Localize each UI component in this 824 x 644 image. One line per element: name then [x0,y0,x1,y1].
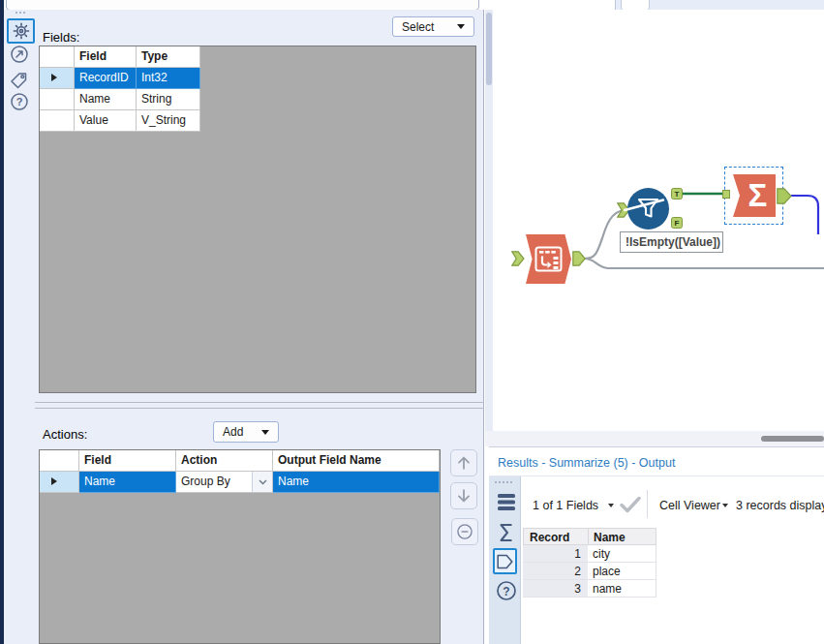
fields-grid-cell[interactable]: RecordID [75,68,137,89]
add-dropdown-button[interactable]: Add [213,421,279,443]
filter-false-anchor[interactable]: F [671,217,683,229]
output-anchor-icon [496,553,514,570]
results-header-record[interactable]: Record [523,528,588,545]
actions-grid-header-output[interactable]: Output Field Name [273,450,440,472]
move-up-button[interactable] [450,449,477,476]
gear-icon [13,22,30,40]
help-tab-button[interactable]: ? [8,91,30,111]
filter-annotation-box[interactable]: !IsEmpty([Value]) [620,231,723,253]
canvas-vscrollbar[interactable] [485,10,493,431]
row-marker[interactable] [40,89,75,110]
toolbar-separator [647,490,648,518]
fields-grid-cell[interactable]: V_String [137,110,200,132]
fields-grid-cell[interactable]: Int32 [137,68,200,89]
arrow-up-icon [454,453,473,473]
chevron-down-icon [457,24,465,29]
remove-action-button[interactable] [451,518,478,545]
actions-grid[interactable]: Field Action Output Field Name Name Grou… [39,449,441,644]
fields-grid-cell[interactable]: String [137,89,200,110]
row-marker-arrow-icon [51,74,57,81]
action-combobox-value: Group By [181,472,230,492]
panel-grip-dots[interactable] [15,12,25,14]
results-cell-record[interactable]: 2 [523,563,588,580]
annotation-tab-button[interactable] [8,70,30,90]
fields-grid-header-type[interactable]: Type [137,46,200,68]
fields-grid-cell[interactable]: Name [75,89,137,110]
records-count-label: 3 records display [736,496,824,515]
panel-splitter[interactable] [35,402,484,409]
fields-selector-dropdown[interactable]: 1 of 1 Fields [533,496,598,515]
fields-label: Fields: [43,30,79,45]
wire-transpose-bottom [585,259,824,268]
results-cell-name[interactable]: name [588,580,656,598]
cell-viewer-dropdown[interactable]: Cell Viewer [659,496,720,515]
actions-grid-corner [40,450,79,472]
results-profile-button[interactable] [496,490,517,513]
actions-grid-header-action[interactable]: Action [176,450,273,472]
minus-circle-icon [455,522,474,541]
fields-grid-header-field[interactable]: Field [75,46,137,68]
results-help-button[interactable]: ? [495,578,518,603]
fields-grid[interactable]: Field Type RecordID Int32 Name String Va… [39,46,476,393]
add-dropdown-label: Add [223,425,243,439]
actions-grid-cell[interactable]: Name [79,472,176,493]
canvas-vscrollbar-thumb[interactable] [486,13,492,85]
results-cell-record[interactable]: 3 [523,580,588,598]
fields-grid-corner [40,46,75,68]
chevron-down-icon[interactable] [608,504,614,507]
select-dropdown-button[interactable]: Select [392,16,474,37]
filter-tool[interactable] [627,188,669,230]
summarize-output-anchor[interactable] [777,188,792,204]
navigation-tab-button[interactable] [8,44,30,64]
results-connection-strip: ? [489,476,521,644]
row-marker-arrow-icon [51,477,57,485]
results-cell-name[interactable]: place [588,563,656,580]
svg-text:?: ? [503,585,509,598]
results-header[interactable]: Results - Summarize (5) - Output [489,447,824,476]
chevron-down-icon [259,479,267,485]
results-title: Results - Summarize (5) - Output [498,456,675,470]
cell-viewer-label: Cell Viewer [659,499,720,512]
transpose-input-anchor[interactable] [511,251,525,266]
row-marker[interactable] [40,68,75,89]
arrow-down-icon [454,486,473,506]
fields-selector-label: 1 of 1 Fields [533,499,598,512]
results-grip-dots[interactable] [495,481,512,483]
results-table[interactable]: Record Name 1 city 2 place 3 name [523,528,656,598]
results-output-button[interactable] [493,548,517,574]
compass-arrow-icon [10,45,29,64]
summarize-input-anchor[interactable] [722,190,730,199]
move-down-button[interactable] [450,482,477,509]
combobox-dropdown-zone[interactable] [252,472,272,492]
actions-grid-header-field[interactable]: Field [79,450,176,472]
row-marker[interactable] [40,110,75,132]
question-mark-icon: ? [496,580,517,601]
canvas-hscrollbar-thumb[interactable] [761,436,824,442]
results-cell-record[interactable]: 1 [523,545,588,563]
sigma-icon [498,523,515,542]
apply-check-icon[interactable] [620,496,641,513]
filter-funnel-icon [627,188,669,230]
configuration-tab-button[interactable] [7,18,35,44]
canvas-hscrollbar[interactable] [485,431,824,446]
svg-text:?: ? [15,96,22,107]
stacked-rows-icon [498,494,515,510]
chevron-down-icon [261,430,269,435]
row-marker[interactable] [40,472,79,493]
question-mark-icon: ? [10,92,29,111]
transpose-tool[interactable] [526,234,571,284]
results-tool-input-button[interactable] [496,521,517,544]
sigma-glyph: Σ [742,174,768,217]
actions-label: Actions: [43,427,87,442]
results-cell-name[interactable]: city [588,545,656,563]
transpose-output-anchor[interactable] [572,251,586,266]
action-combobox[interactable]: Group By [176,472,273,493]
alteryx-designer-window: ? Fields: Select Field Type RecordID Int… [0,0,824,644]
chevron-down-icon[interactable] [722,504,728,507]
wire-summarize-output [791,196,818,234]
select-dropdown-label: Select [402,20,434,34]
actions-grid-cell[interactable]: Name [273,472,440,493]
fields-grid-cell[interactable]: Value [75,110,137,132]
filter-true-anchor[interactable]: T [671,188,683,199]
results-header-name[interactable]: Name [588,528,656,545]
